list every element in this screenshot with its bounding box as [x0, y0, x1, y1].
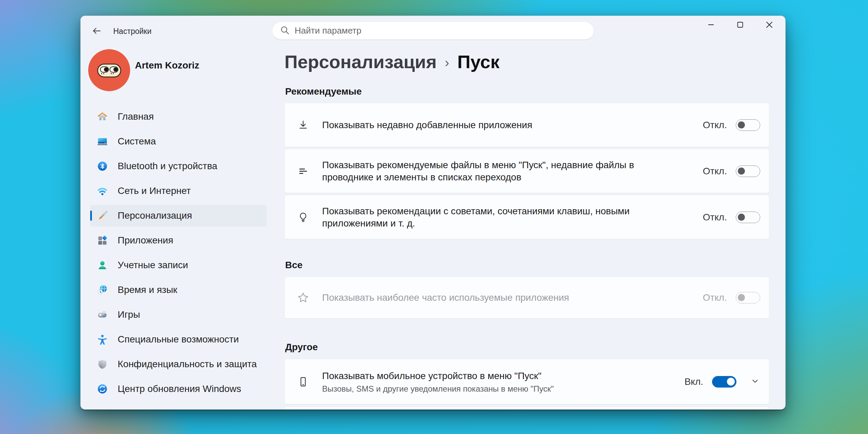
breadcrumb-parent[interactable]: Персонализация — [284, 51, 437, 72]
sidebar-item-label: Специальные возможности — [118, 334, 239, 345]
avatar[interactable] — [88, 49, 130, 91]
toggle-state-label: Откл. — [703, 212, 727, 223]
sidebar-item-label: Главная — [118, 111, 154, 122]
toggle-recommendations[interactable] — [736, 212, 760, 223]
personalization-icon — [97, 210, 108, 221]
sidebar-item-apps[interactable]: Приложения — [90, 230, 267, 251]
time-language-icon — [97, 284, 108, 295]
breadcrumb: Персонализация › Пуск — [284, 51, 499, 72]
system-icon — [97, 136, 108, 147]
sidebar-item-label: Система — [118, 136, 156, 147]
setting-card-partial — [284, 407, 769, 410]
section-header-recommended: Рекомендуемые — [285, 86, 362, 97]
apps-icon — [97, 235, 108, 246]
user-name: Artem Kozoriz — [135, 60, 199, 71]
sidebar-item-network-internet[interactable]: Сеть и Интернет — [90, 180, 267, 202]
home-icon — [97, 111, 108, 122]
lightbulb-icon — [296, 212, 310, 223]
sidebar-item-label: Сеть и Интернет — [118, 185, 191, 196]
setting-title: Показывать недавно добавленные приложени… — [322, 119, 648, 131]
toggle-state-label: Откл. — [703, 120, 727, 131]
sidebar-item-windows-update[interactable]: Центр обновления Windows — [90, 378, 267, 400]
sidebar-item-label: Bluetooth и устройства — [118, 161, 217, 172]
sidebar-item-bluetooth-devices[interactable]: Bluetooth и устройства — [90, 155, 267, 177]
accessibility-icon — [97, 334, 108, 345]
toggle-state-label: Откл. — [703, 292, 727, 303]
settings-window: Настройки Artem Kozoriz — [80, 16, 786, 410]
sidebar-item-label: Игры — [118, 309, 140, 320]
toggle-mobile-device[interactable] — [712, 376, 736, 388]
setting-card-recently-added-apps: Показывать недавно добавленные приложени… — [284, 103, 769, 147]
sidebar-item-label: Центр обновления Windows — [118, 383, 241, 394]
toggle-knob — [738, 214, 745, 221]
setting-title: Показывать мобильное устройство в меню "… — [322, 370, 648, 382]
setting-subtitle: Вызовы, SMS и другие уведомления показан… — [322, 384, 674, 394]
setting-title: Показывать рекомендуемые файлы в меню "П… — [322, 159, 648, 183]
sidebar-item-label: Время и язык — [118, 284, 177, 295]
recent-files-icon — [296, 165, 310, 177]
bluetooth-icon — [97, 161, 108, 172]
sidebar-item-gaming[interactable]: Игры — [90, 304, 267, 326]
setting-card-most-used-apps: Показывать наиболее часто используемые п… — [284, 277, 769, 319]
download-icon — [296, 119, 310, 131]
sidebar-item-system[interactable]: Система — [90, 131, 267, 152]
privacy-icon — [97, 359, 108, 370]
chevron-down-icon — [750, 376, 760, 387]
toggle-state-label: Вкл. — [685, 376, 703, 387]
toggle-knob — [738, 121, 745, 129]
main-content: Персонализация › Пуск Рекомендуемые Пока… — [284, 16, 769, 409]
setting-title: Показывать наиболее часто используемые п… — [322, 292, 648, 304]
network-icon — [97, 185, 108, 196]
sidebar-item-accounts[interactable]: Учетные записи — [90, 254, 267, 276]
back-arrow-icon — [92, 26, 102, 37]
accounts-icon — [97, 260, 108, 271]
sidebar-nav: Главная Система Bluetooth и устройства С… — [90, 106, 267, 403]
section-header-all: Все — [285, 260, 302, 271]
toggle-most-used-apps — [736, 292, 760, 303]
sidebar-item-accessibility[interactable]: Специальные возможности — [90, 329, 267, 350]
sidebar-item-privacy-security[interactable]: Конфиденциальность и защита — [90, 353, 267, 375]
back-button[interactable] — [90, 25, 104, 38]
page-title: Пуск — [457, 51, 500, 72]
sidebar-item-home[interactable]: Главная — [90, 106, 267, 127]
setting-card-recommendations-tips: Показывать рекомендации с советами, соче… — [284, 195, 769, 239]
toggle-knob — [727, 378, 735, 386]
setting-title: Показывать рекомендации с советами, соче… — [322, 205, 648, 230]
toggle-knob — [738, 167, 745, 175]
gaming-icon — [97, 309, 108, 320]
toggle-recommended-files[interactable] — [736, 165, 760, 177]
breadcrumb-separator-icon: › — [445, 54, 449, 70]
toggle-recently-added-apps[interactable] — [736, 119, 760, 131]
sidebar-item-label: Конфиденциальность и защита — [118, 359, 257, 370]
toggle-knob — [738, 294, 745, 301]
setting-card-mobile-device[interactable]: Показывать мобильное устройство в меню "… — [284, 359, 769, 405]
toggle-state-label: Откл. — [703, 166, 727, 177]
sidebar-item-time-language[interactable]: Время и язык — [90, 279, 267, 301]
windows-update-icon — [97, 383, 108, 394]
sidebar-item-label: Персонализация — [118, 210, 192, 221]
sidebar-item-label: Учетные записи — [118, 260, 188, 271]
sidebar-item-personalization[interactable]: Персонализация — [90, 205, 267, 226]
section-header-other: Другое — [285, 342, 318, 353]
setting-card-recommended-files: Показывать рекомендуемые файлы в меню "П… — [284, 149, 769, 193]
expand-button[interactable] — [750, 376, 760, 387]
app-title: Настройки — [113, 27, 152, 36]
sidebar-item-label: Приложения — [118, 235, 173, 246]
phone-icon — [296, 376, 310, 388]
star-icon — [296, 292, 310, 304]
